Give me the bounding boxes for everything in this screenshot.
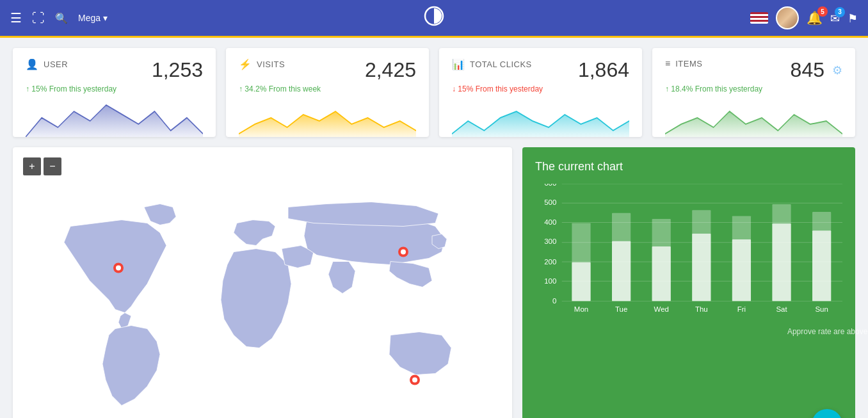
svg-rect-38 <box>812 230 831 301</box>
chart-title: The current chart <box>535 160 842 173</box>
flag-button[interactable]: ⚑ <box>848 11 858 26</box>
messages-badge: 3 <box>835 7 845 17</box>
header-right: 🔔 5 ✉ 3 ⚑ <box>750 6 858 29</box>
stat-card-items: ≡ Items 845 ⚙ ↑ 18.4% From this yesterda… <box>652 48 855 137</box>
mini-chart-items <box>665 99 842 137</box>
zoom-in-button[interactable]: + <box>23 157 41 175</box>
map-section: + − <box>13 147 512 418</box>
expand-icon[interactable]: ⛶ <box>32 11 45 26</box>
world-map <box>13 147 512 418</box>
stats-row: 👤 User 1,253 ↑ 15% From this yesterday <box>0 38 868 147</box>
svg-text:Sat: Sat <box>776 305 787 312</box>
up-arrow-icon: ↑ <box>239 84 243 93</box>
stat-header-visits: ⚡ VISITS 2,425 <box>239 58 416 82</box>
stat-title-items: Items <box>675 59 702 68</box>
svg-text:0: 0 <box>552 298 556 305</box>
stat-change-user: ↑ 15% From this yesterday <box>26 84 203 93</box>
svg-text:Fri: Fri <box>737 305 746 312</box>
stat-title-visits: VISITS <box>257 60 285 69</box>
stat-header-totalclicks: 📊 Total Clicks 1,864 <box>452 58 629 82</box>
svg-rect-32 <box>692 234 711 301</box>
stat-header-items: ≡ Items 845 ⚙ <box>665 58 842 82</box>
stat-value-visits: 2,425 <box>365 58 416 82</box>
chart-bottom-text: Approve rate are above average <box>689 327 868 336</box>
svg-marker-2 <box>239 111 416 137</box>
stat-title-group-items: ≡ Items <box>665 58 702 68</box>
app-logo <box>424 6 444 30</box>
stat-change-visits: ↑ 34.2% From this week <box>239 84 416 93</box>
header-left: ☰ ⛶ 🔍 Mega ▾ <box>10 10 108 26</box>
svg-text:Tue: Tue <box>615 305 627 312</box>
visits-icon: ⚡ <box>239 58 252 70</box>
svg-marker-4 <box>665 111 842 137</box>
svg-text:300: 300 <box>544 238 556 245</box>
chart-section: The current chart 0 100 200 300 400 500 … <box>522 147 855 418</box>
svg-text:100: 100 <box>544 277 556 284</box>
stat-header-user: 👤 User 1,253 <box>26 58 203 82</box>
up-arrow-icon: ↑ <box>26 84 29 93</box>
stat-value-items: 845 <box>791 58 824 82</box>
messages-button[interactable]: ✉ 3 <box>830 11 840 26</box>
main-content: + − <box>0 147 868 418</box>
header: ☰ ⛶ 🔍 Mega ▾ 🔔 5 ✉ 3 ⚑ <box>0 0 868 36</box>
mini-chart-totalclicks <box>452 99 629 137</box>
svg-point-6 <box>116 266 121 271</box>
stat-card-user: 👤 User 1,253 ↑ 15% From this yesterday <box>13 48 216 137</box>
mini-chart-visits <box>239 99 416 137</box>
notifications-button[interactable]: 🔔 5 <box>807 10 823 26</box>
mega-dropdown[interactable]: Mega ▾ <box>78 13 108 23</box>
flag-icon[interactable] <box>750 12 768 24</box>
svg-text:Sun: Sun <box>815 305 828 312</box>
stat-title-totalclicks: Total Clicks <box>470 60 532 69</box>
svg-text:400: 400 <box>544 219 556 226</box>
stat-card-totalclicks: 📊 Total Clicks 1,864 ↓ 15% From this yes… <box>439 48 642 137</box>
notifications-badge: 5 <box>817 6 828 17</box>
svg-rect-30 <box>652 246 671 301</box>
fab-button[interactable]: + <box>812 409 842 418</box>
mini-chart-user <box>26 99 203 137</box>
stat-value-user: 1,253 <box>152 58 203 82</box>
user-icon: 👤 <box>26 58 38 70</box>
settings-gear-icon[interactable]: ⚙ <box>832 63 842 77</box>
stat-change-items: ↑ 18.4% From this yesterday <box>665 84 842 93</box>
map-controls: + − <box>23 157 61 175</box>
svg-text:500: 500 <box>544 199 556 206</box>
down-arrow-icon: ↓ <box>452 84 456 93</box>
stat-card-visits: ⚡ VISITS 2,425 ↑ 34.2% From this week <box>226 48 429 137</box>
stat-title-group-user: 👤 User <box>26 58 68 70</box>
svg-text:Wed: Wed <box>654 305 669 312</box>
stat-title-group-totalclicks: 📊 Total Clicks <box>452 58 532 70</box>
svg-rect-28 <box>612 241 631 301</box>
totalclicks-icon: 📊 <box>452 58 465 70</box>
stat-change-totalclicks: ↓ 15% From this yesterday <box>452 84 629 93</box>
items-icon: ≡ <box>665 58 670 68</box>
chart-area: 0 100 200 300 400 500 600 <box>535 184 842 325</box>
stat-title-group-visits: ⚡ VISITS <box>239 58 285 70</box>
svg-rect-36 <box>772 223 791 301</box>
stat-value-totalclicks: 1,864 <box>578 58 629 82</box>
stat-title-user: User <box>44 60 68 69</box>
svg-rect-26 <box>572 262 590 301</box>
svg-text:200: 200 <box>544 258 556 265</box>
hamburger-icon[interactable]: ☰ <box>10 10 22 26</box>
svg-text:Mon: Mon <box>574 305 588 312</box>
avatar[interactable] <box>776 6 799 29</box>
svg-text:600: 600 <box>544 184 556 187</box>
up-arrow-icon: ↑ <box>665 84 669 93</box>
svg-point-8 <box>401 250 406 255</box>
svg-text:Thu: Thu <box>695 305 708 312</box>
svg-point-10 <box>412 378 417 383</box>
zoom-out-button[interactable]: − <box>44 157 61 175</box>
svg-rect-34 <box>732 239 751 301</box>
search-icon[interactable]: 🔍 <box>55 12 68 24</box>
